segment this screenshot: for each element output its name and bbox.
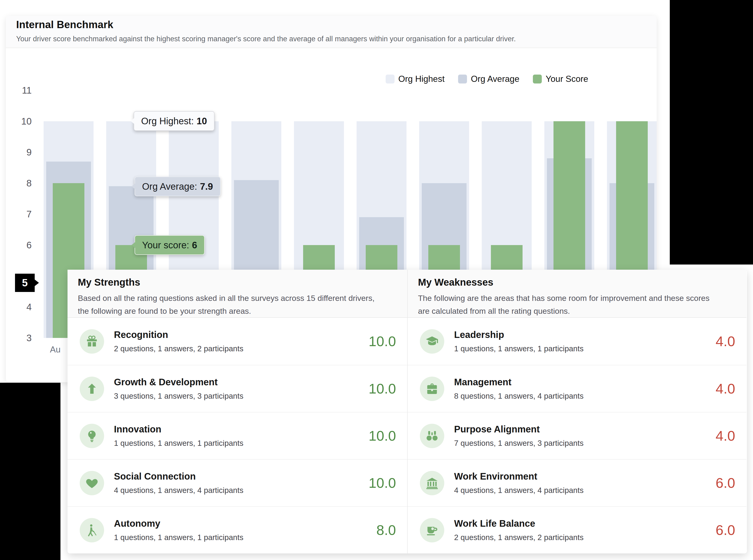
- y-tick-9: 9: [6, 146, 32, 158]
- tooltip-your-score: Your score: 6: [135, 235, 205, 255]
- legend-label-0: Org Highest: [398, 74, 445, 84]
- arrow-up-icon: [80, 377, 104, 401]
- weakness-meta-management: 8 questions, 1 answers, 4 participants: [454, 392, 584, 401]
- strength-title-innovation: Innovation: [114, 424, 243, 435]
- tooltip-org-highest-label: Org Highest:: [141, 116, 194, 126]
- strength-meta-social-connection: 4 questions, 1 answers, 4 participants: [114, 486, 243, 495]
- legend-label-1: Org Average: [471, 74, 519, 84]
- coffee-cup-icon: [420, 518, 444, 542]
- chart-header: Internal Benchmark Your driver score ben…: [6, 16, 657, 48]
- weakness-score-work-life-balance: 6.0: [716, 522, 735, 538]
- weakness-score-purpose-alignment: 4.0: [716, 428, 735, 444]
- weaknesses-header: My Weaknesses The following are the area…: [408, 270, 747, 318]
- strength-title-social-connection: Social Connection: [114, 471, 243, 482]
- gift-icon: [80, 329, 104, 354]
- weakness-score-leadership: 4.0: [716, 333, 735, 349]
- dashboard-page: Internal Benchmark Your driver score ben…: [0, 0, 753, 560]
- strength-row-recognition[interactable]: Recognition2 questions, 1 answers, 2 par…: [67, 318, 407, 365]
- strength-title-recognition: Recognition: [114, 329, 243, 340]
- weakness-meta-work-life-balance: 2 questions, 1 answers, 2 participants: [454, 533, 584, 542]
- strength-title-autonomy: Autonomy: [114, 518, 243, 529]
- masked-region-top-right: [670, 0, 753, 264]
- weakness-row-leadership[interactable]: Leadership1 questions, 1 answers, 1 part…: [408, 318, 747, 365]
- y-axis-cursor-badge: 5: [15, 274, 35, 292]
- strengths-list: Recognition2 questions, 1 answers, 2 par…: [67, 318, 407, 554]
- masked-region-bottom-left: [0, 383, 60, 560]
- strength-row-autonomy[interactable]: Autonomy1 questions, 1 answers, 1 partic…: [67, 506, 407, 554]
- legend-item-your-score[interactable]: Your Score: [533, 74, 588, 84]
- weakness-row-work-environment[interactable]: Work Environment4 questions, 1 answers, …: [408, 459, 747, 506]
- weakness-title-leadership: Leadership: [454, 329, 584, 340]
- strength-title-growth-development: Growth & Development: [114, 377, 243, 387]
- weaknesses-title: My Weaknesses: [418, 277, 736, 288]
- strengths-panel: My Strengths Based on all the rating que…: [67, 270, 407, 554]
- weakness-title-management: Management: [454, 377, 584, 387]
- lightbulb-icon: [80, 424, 104, 448]
- strength-meta-autonomy: 1 questions, 1 answers, 1 participants: [114, 533, 243, 542]
- tooltip-org-average-value: 7.9: [200, 181, 213, 192]
- weaknesses-panel: My Weaknesses The following are the area…: [407, 270, 747, 554]
- y-tick-11: 11: [6, 84, 32, 96]
- weakness-meta-leadership: 1 questions, 1 answers, 1 participants: [454, 344, 584, 353]
- strengths-header: My Strengths Based on all the rating que…: [67, 270, 407, 318]
- legend-label-2: Your Score: [546, 74, 588, 84]
- strength-score-autonomy: 8.0: [376, 522, 396, 538]
- strength-row-social-connection[interactable]: Social Connection4 questions, 1 answers,…: [67, 459, 407, 506]
- chart-subtitle: Your driver score benchmarked against th…: [16, 35, 646, 43]
- chart-legend: Org HighestOrg AverageYour Score: [386, 74, 588, 84]
- strength-score-social-connection: 10.0: [368, 475, 396, 491]
- y-tick-3: 3: [6, 332, 32, 344]
- weakness-title-work-life-balance: Work Life Balance: [454, 518, 584, 529]
- y-tick-4: 4: [6, 301, 32, 313]
- strength-score-growth-development: 10.0: [368, 381, 396, 397]
- weaknesses-list: Leadership1 questions, 1 answers, 1 part…: [408, 318, 747, 554]
- binoculars-icon: [420, 424, 444, 448]
- heart-icon: [80, 471, 104, 495]
- chart-title: Internal Benchmark: [16, 19, 646, 31]
- weakness-row-management[interactable]: Management8 questions, 1 answers, 4 part…: [408, 365, 747, 412]
- weakness-title-work-environment: Work Environment: [454, 471, 584, 482]
- legend-swatch-0: [386, 75, 394, 83]
- bank-icon: [420, 471, 444, 495]
- tooltip-your-score-label: Your score:: [142, 240, 189, 251]
- weakness-row-purpose-alignment[interactable]: Purpose Alignment7 questions, 1 answers,…: [408, 412, 747, 459]
- briefcase-icon: [420, 377, 444, 401]
- y-tick-10: 10: [6, 115, 32, 127]
- y-tick-7: 7: [6, 208, 32, 220]
- strength-meta-recognition: 2 questions, 1 answers, 2 participants: [114, 344, 243, 353]
- x-axis-label-autonomy: Au: [50, 345, 60, 355]
- tooltip-org-average: Org Average: 7.9: [135, 177, 221, 196]
- tooltip-org-highest-value: 10: [197, 116, 207, 126]
- weakness-meta-work-environment: 4 questions, 1 answers, 4 participants: [454, 486, 584, 495]
- strength-row-growth-development[interactable]: Growth & Development3 questions, 1 answe…: [67, 365, 407, 412]
- strengths-subtitle: Based on all the rating questions asked …: [78, 292, 383, 318]
- strength-score-recognition: 10.0: [368, 333, 396, 349]
- weakness-score-management: 4.0: [716, 381, 735, 397]
- strength-score-innovation: 10.0: [368, 428, 396, 444]
- weakness-meta-purpose-alignment: 7 questions, 1 answers, 3 participants: [454, 439, 584, 448]
- legend-item-org-highest[interactable]: Org Highest: [386, 74, 445, 84]
- weakness-title-purpose-alignment: Purpose Alignment: [454, 424, 584, 435]
- y-tick-8: 8: [6, 177, 32, 189]
- graduation-cap-icon: [420, 329, 444, 354]
- tooltip-org-average-label: Org Average:: [142, 181, 197, 192]
- y-tick-6: 6: [6, 239, 32, 251]
- legend-swatch-2: [533, 75, 542, 83]
- legend-item-org-average[interactable]: Org Average: [458, 74, 519, 84]
- strength-meta-innovation: 1 questions, 1 answers, 1 participants: [114, 439, 243, 448]
- weaknesses-subtitle: The following are the areas that has som…: [418, 292, 723, 318]
- person-cane-icon: [80, 518, 104, 542]
- strength-row-innovation[interactable]: Innovation1 questions, 1 answers, 1 part…: [67, 412, 407, 459]
- strengths-title: My Strengths: [78, 277, 397, 288]
- legend-swatch-1: [458, 75, 467, 83]
- weakness-score-work-environment: 6.0: [716, 475, 735, 491]
- strength-meta-growth-development: 3 questions, 1 answers, 3 participants: [114, 392, 243, 401]
- strengths-weaknesses-card: My Strengths Based on all the rating que…: [67, 270, 747, 554]
- tooltip-your-score-value: 6: [192, 240, 197, 251]
- tooltip-org-highest: Org Highest: 10: [134, 111, 215, 131]
- weakness-row-work-life-balance[interactable]: Work Life Balance2 questions, 1 answers,…: [408, 506, 747, 554]
